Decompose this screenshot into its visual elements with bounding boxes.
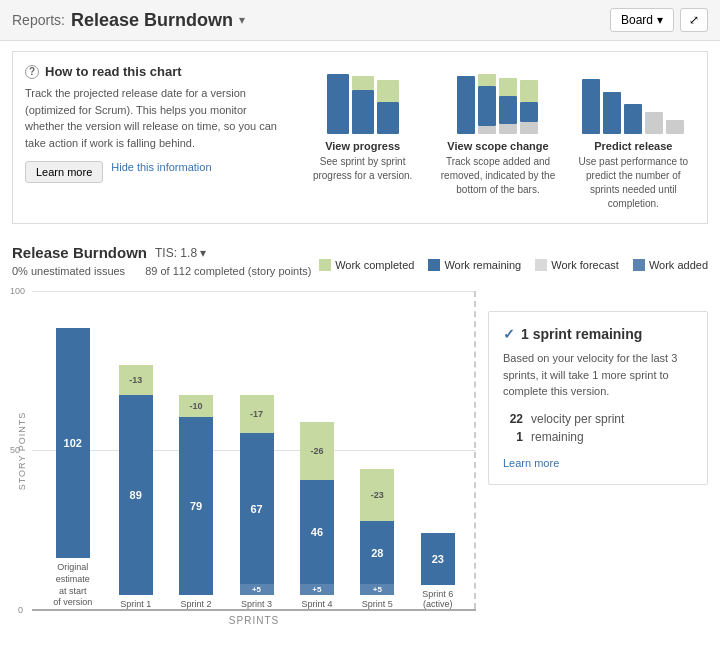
tis-chevron-icon: ▾: [200, 246, 206, 260]
header-left: Reports: Release Burndown ▾: [12, 10, 245, 31]
bar-sprint5: -23 28 +5 Sprint 5: [360, 469, 394, 609]
velocity-stat-row: 22 velocity per sprint: [503, 412, 693, 426]
bar-sprint2-neg: -10: [179, 395, 213, 417]
legend-added: Work added: [633, 259, 708, 271]
bar-sprint1-value: 89: [130, 489, 142, 501]
progress-title: View progress: [301, 140, 424, 152]
legend-remaining: Work remaining: [428, 259, 521, 271]
sprint-info-description: Based on your velocity for the last 3 sp…: [503, 350, 693, 400]
board-button[interactable]: Board ▾: [610, 8, 674, 32]
title-chevron-icon: ▾: [239, 13, 245, 27]
board-label: Board: [621, 13, 653, 27]
bar-sprint1: -13 89 Sprint 1: [119, 365, 153, 609]
completed-stat: 89 of 112 completed (story points): [145, 265, 311, 277]
learn-more-button[interactable]: Learn more: [25, 161, 103, 183]
sprint-learn-more-link[interactable]: Learn more: [503, 457, 559, 469]
progress-thumb: [301, 64, 424, 134]
info-panel-title: ? How to read this chart: [25, 64, 285, 79]
bar-sprint2-main: 79: [179, 417, 213, 595]
bar-sprint6-value: 23: [432, 553, 444, 565]
legend-added-label: Work added: [649, 259, 708, 271]
info-panel-left: ? How to read this chart Track the proje…: [25, 64, 285, 211]
hide-info-link[interactable]: Hide this information: [111, 161, 211, 183]
bar-sprint4-main: 46: [300, 480, 334, 584]
velocity-num: 22: [503, 412, 523, 426]
sprint-stats: 22 velocity per sprint 1 remaining: [503, 412, 693, 444]
bar-sprint5-add-value: +5: [373, 585, 382, 594]
bar-sprint4-neg-value: -26: [310, 446, 323, 456]
legend-forecast: Work forecast: [535, 259, 619, 271]
info-chart-examples: View progress See sprint by sprint progr…: [301, 64, 695, 211]
predict-thumb: [572, 64, 695, 134]
legend-remaining-label: Work remaining: [444, 259, 521, 271]
bar-sprint4-add-value: +5: [312, 585, 321, 594]
progress-desc: See sprint by sprint progress for a vers…: [301, 155, 424, 183]
unestimated-stat: 0% unestimated issues: [12, 265, 125, 277]
predict-desc: Use past performance to predict the numb…: [572, 155, 695, 211]
bar-sprint6-main: 23: [421, 533, 455, 585]
bar-sprint2-label: Sprint 2: [181, 599, 212, 609]
info-panel-description: Track the projected release date for a v…: [25, 85, 285, 151]
bar-sprint5-main: 28: [360, 521, 394, 584]
burndown-header: Release Burndown TIS: 1.8 ▾ 0% unestimat…: [12, 244, 708, 285]
y-axis-label: STORY POINTS: [17, 412, 27, 491]
legend-forecast-label: Work forecast: [551, 259, 619, 271]
predict-title: Predict release: [572, 140, 695, 152]
bar-sprint4-value: 46: [311, 526, 323, 538]
bar-sprint1-neg-value: -13: [129, 375, 142, 385]
legend-added-icon: [633, 259, 645, 271]
bar-sprint1-neg: -13: [119, 365, 153, 395]
expand-icon: ⤢: [689, 13, 699, 27]
bar-original: 102 Originalestimateat startof version: [53, 328, 92, 609]
bar-original-main: 102: [56, 328, 90, 558]
stats-row: 0% unestimated issues 89 of 112 complete…: [12, 265, 311, 277]
chart-inner: STORY POINTS 100 50 0: [12, 291, 476, 611]
question-icon: ?: [25, 65, 39, 79]
info-panel: ? How to read this chart Track the proje…: [12, 51, 708, 224]
legend-forecast-icon: [535, 259, 547, 271]
y-axis-container: STORY POINTS: [12, 291, 32, 611]
scope-desc: Track scope added and removed, indicated…: [436, 155, 559, 197]
bar-sprint3-main: 67: [240, 433, 274, 584]
info-chart-predict: Predict release Use past performance to …: [572, 64, 695, 211]
x-axis-label: SPRINTS: [32, 615, 476, 626]
bar-original-label: Originalestimateat startof version: [53, 562, 92, 609]
legend-completed-icon: [319, 259, 331, 271]
chart-plot: 100 50 0: [32, 291, 476, 611]
header-prefix: Reports:: [12, 12, 65, 28]
bar-sprint4: -26 46 +5 Sprint 4: [300, 422, 334, 609]
expand-button[interactable]: ⤢: [680, 8, 708, 32]
bar-sprint5-value: 28: [371, 547, 383, 559]
header-actions: Board ▾ ⤢: [610, 8, 708, 32]
bar-sprint5-label: Sprint 5: [362, 599, 393, 609]
header: Reports: Release Burndown ▾ Board ▾ ⤢: [0, 0, 720, 41]
scope-title: View scope change: [436, 140, 559, 152]
sprint-info-box: ✓ 1 sprint remaining Based on your veloc…: [488, 311, 708, 485]
remaining-num: 1: [503, 430, 523, 444]
bar-sprint1-label: Sprint 1: [120, 599, 151, 609]
bar-sprint3: -17 67 +5 Sprint 3: [240, 395, 274, 609]
bar-sprint2: -10 79 Sprint 2: [179, 395, 213, 609]
bar-sprint3-value: 67: [250, 503, 262, 515]
tis-badge[interactable]: TIS: 1.8 ▾: [155, 246, 206, 260]
bar-sprint5-neg-value: -23: [371, 490, 384, 500]
velocity-label: velocity per sprint: [531, 412, 624, 426]
info-chart-progress: View progress See sprint by sprint progr…: [301, 64, 424, 211]
bar-original-value: 102: [64, 437, 82, 449]
bar-sprint5-add: +5: [360, 584, 394, 595]
legend: Work completed Work remaining Work forec…: [319, 259, 708, 271]
bar-sprint5-neg: -23: [360, 469, 394, 521]
bar-sprint3-label: Sprint 3: [241, 599, 272, 609]
bars-container: 102 Originalestimateat startof version -…: [32, 291, 476, 609]
bar-sprint2-value: 79: [190, 500, 202, 512]
check-icon: ✓: [503, 326, 515, 342]
remaining-stat-row: 1 remaining: [503, 430, 693, 444]
remaining-label: remaining: [531, 430, 584, 444]
bar-sprint6: 23 Sprint 6(active): [421, 533, 455, 609]
legend-completed-label: Work completed: [335, 259, 414, 271]
bar-sprint6-label: Sprint 6(active): [422, 589, 453, 609]
scope-thumb: [436, 64, 559, 134]
bar-sprint3-add-value: +5: [252, 585, 261, 594]
legend-remaining-icon: [428, 259, 440, 271]
chart-area: STORY POINTS 100 50 0: [12, 291, 708, 626]
